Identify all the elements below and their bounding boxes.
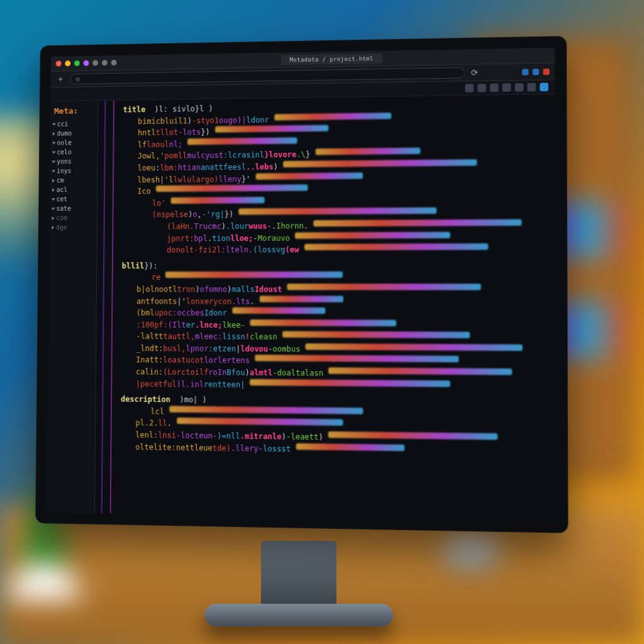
code-line: (bml upoc :occbes Idonr — [100, 307, 555, 320]
explorer-item[interactable]: dge — [52, 223, 94, 232]
tool-icon[interactable] — [515, 83, 524, 92]
explorer-item-label: inys — [57, 167, 72, 174]
explorer-item-label: cm — [57, 177, 64, 184]
explorer-item-label: cet — [57, 196, 68, 203]
tool-icon[interactable] — [465, 84, 474, 92]
chevron-icon — [52, 226, 54, 230]
explorer-item-label: acl — [57, 186, 68, 193]
code-pane[interactable]: title )l: sivlo}l ) bimicbluil1 ) -styo1… — [95, 94, 557, 521]
monitor: Metadata / project.html + ◎ ⟳ — [38, 44, 560, 522]
active-tab[interactable]: Metadata / project.html — [280, 53, 382, 65]
minimize-icon[interactable] — [65, 60, 70, 66]
explorer-item[interactable]: inys — [52, 166, 95, 176]
chevron-icon — [52, 142, 56, 144]
code-line: b|olnootl tron ) ofomno ) malls Idoust — [101, 284, 556, 296]
url-display: ◎ — [76, 75, 80, 82]
explorer-item-label: com — [56, 214, 67, 221]
screen: Metadata / project.html + ◎ ⟳ — [47, 48, 556, 521]
explorer-item[interactable]: cm — [52, 175, 95, 185]
explorer-item[interactable]: sate — [52, 204, 95, 213]
new-tab-button[interactable]: + — [55, 74, 65, 84]
code-line: antfoonts |' lonxerycon .lts . — [101, 296, 556, 308]
editor-area: Meta: ccidumoooleceloyonsinyscmaclcetsat… — [47, 94, 556, 521]
chevron-icon — [52, 198, 55, 201]
chevron-icon — [52, 151, 56, 153]
explorer-item-label: dumo — [57, 130, 72, 136]
explorer-item[interactable]: oole — [53, 138, 96, 148]
chevron-icon — [52, 160, 55, 163]
file-explorer: Meta: ccidumoooleceloyonsinyscmaclcetsat… — [47, 101, 99, 513]
chevron-icon — [52, 216, 54, 220]
maximize-icon[interactable] — [74, 60, 80, 66]
explorer-item-label: cci — [57, 121, 69, 128]
code-line: |pecetful )l.inl rentteen| — [99, 378, 555, 394]
extension-icon[interactable] — [533, 69, 539, 75]
code-line: donolt-fzi2l :lteln. (lossvg (ew — [101, 243, 555, 257]
tool-icon[interactable] — [502, 83, 511, 92]
explorer-item[interactable]: dumo — [53, 128, 96, 138]
explorer-item-label: oole — [57, 139, 72, 146]
explorer-item-label: yons — [57, 158, 72, 165]
tool-icon[interactable] — [490, 84, 499, 92]
explorer-item[interactable]: cet — [52, 194, 95, 204]
tool-icon[interactable] — [477, 84, 486, 92]
traffic-dot-icon — [102, 60, 108, 65]
traffic-dot-icon — [92, 60, 98, 66]
close-icon[interactable] — [56, 61, 62, 67]
extension-icon[interactable] — [522, 69, 528, 75]
chevron-icon — [52, 170, 55, 172]
code-line: bllil}): — [101, 259, 555, 272]
monitor-stand — [261, 541, 336, 610]
code-line: jpnrt: bpl . tion lloe; - Morauvo — [101, 231, 555, 245]
run-icon[interactable] — [540, 83, 548, 92]
address-right-icons — [522, 68, 550, 75]
explorer-item-label: celo — [57, 148, 72, 155]
explorer-item[interactable]: com — [52, 213, 94, 223]
reload-icon[interactable]: ⟳ — [469, 68, 480, 78]
traffic-dot-icon — [84, 60, 89, 66]
explorer-item[interactable]: celo — [52, 147, 95, 157]
chevron-icon — [52, 188, 55, 192]
chevron-icon — [52, 123, 56, 125]
explorer-item-label: dge — [56, 224, 67, 231]
monitor-bezel: Metadata / project.html + ◎ ⟳ — [35, 36, 568, 533]
explorer-item-label: sate — [56, 205, 71, 212]
chevron-icon — [52, 208, 55, 210]
tool-icon[interactable] — [527, 83, 536, 92]
chevron-icon — [52, 179, 55, 182]
chevron-icon — [53, 131, 55, 135]
explorer-item[interactable]: cci — [53, 119, 96, 129]
explorer-item[interactable]: acl — [52, 185, 95, 194]
explorer-header: Meta: — [53, 104, 96, 119]
explorer-item[interactable]: yons — [52, 157, 95, 167]
traffic-dot-icon — [111, 60, 117, 65]
code-line: re — [101, 272, 555, 284]
notification-icon[interactable] — [543, 68, 550, 74]
